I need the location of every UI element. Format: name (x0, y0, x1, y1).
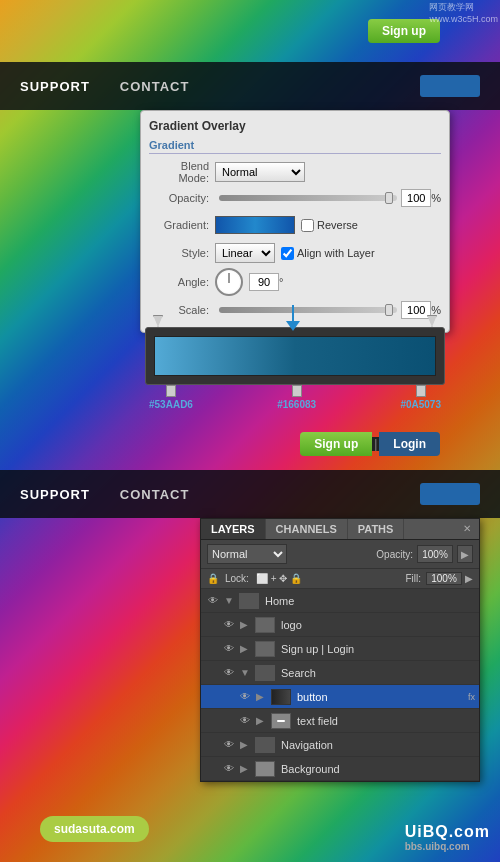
gradient-stop-3: #0A5073 (400, 385, 441, 410)
layers-tabs: LAYERS CHANNELS PATHS ✕ (201, 519, 479, 540)
fill-input[interactable] (426, 572, 462, 585)
mid-signup-button[interactable]: Sign up (300, 432, 372, 456)
gradient-bar-outer (145, 327, 445, 385)
layer-expand-logo[interactable]: ▶ (240, 619, 252, 630)
blend-mode-row: Blend Mode: Normal (149, 160, 441, 184)
lock-options: ⬜ + ✥ 🔒 (256, 573, 302, 584)
layer-thumb-home (239, 593, 259, 609)
scale-slider[interactable] (219, 307, 397, 313)
stop-label-1: #53AAD6 (149, 399, 193, 410)
reverse-checkbox[interactable] (301, 219, 314, 232)
layer-expand-search[interactable]: ▼ (240, 667, 252, 678)
arrow-line (292, 305, 294, 321)
arrow-head (286, 321, 300, 331)
gradient-bar-picker[interactable] (215, 216, 295, 234)
fill-arrow[interactable]: ▶ (465, 573, 473, 584)
layer-row-home[interactable]: 👁 ▼ Home (201, 589, 479, 613)
layer-thumb-background (255, 761, 275, 777)
opacity-input[interactable] (401, 189, 431, 207)
layers-panel-close[interactable]: ✕ (455, 519, 479, 539)
layers-opacity-input[interactable] (417, 545, 453, 563)
bottom-nav-support[interactable]: SUPPORT (20, 487, 90, 502)
stop-handle-2[interactable] (292, 385, 302, 397)
layers-opacity-arrow[interactable]: ▶ (457, 545, 473, 563)
layer-expand-home[interactable]: ▼ (224, 595, 236, 606)
gradient-label: Gradient: (149, 219, 209, 231)
panel-section-title: Gradient (149, 139, 441, 154)
layer-fx-button: fx (468, 692, 475, 702)
layers-blend-mode[interactable]: Normal (207, 544, 287, 564)
stop-handle-3[interactable] (416, 385, 426, 397)
tab-layers[interactable]: LAYERS (201, 519, 266, 539)
layer-thumb-signup (255, 641, 275, 657)
arrow-connector (286, 305, 300, 331)
layer-thumb-textfield (271, 713, 291, 729)
opacity-slider[interactable] (219, 195, 397, 201)
blend-mode-label: Blend Mode: (149, 160, 209, 184)
angle-input[interactable] (249, 273, 279, 291)
align-layer-label: Align with Layer (281, 247, 375, 260)
top-stop-handle-left[interactable] (153, 315, 163, 327)
layer-eye-home[interactable]: 👁 (205, 593, 221, 609)
layer-thumb-search (255, 665, 275, 681)
top-stop-handle-right[interactable] (427, 315, 437, 327)
nav-contact[interactable]: CONTACT (120, 79, 190, 94)
stop-label-3: #0A5073 (400, 399, 441, 410)
blend-mode-select[interactable]: Normal (215, 162, 305, 182)
logo-bubble: sudasuta.com (40, 816, 149, 842)
layer-expand-button[interactable]: ▶ (256, 691, 268, 702)
align-layer-checkbox[interactable] (281, 247, 294, 260)
bottom-nav-contact[interactable]: CONTACT (120, 487, 190, 502)
panel-title: Gradient Overlay (149, 119, 441, 133)
site-watermark: 网页教学网 www.w3c5H.com (429, 2, 498, 25)
layer-row-navigation[interactable]: 👁 ▶ Navigation (201, 733, 479, 757)
layer-row-signup[interactable]: 👁 ▶ Sign up | Login (201, 637, 479, 661)
layer-thumb-logo (255, 617, 275, 633)
layer-expand-navigation[interactable]: ▶ (240, 739, 252, 750)
bottom-nav-blue-btn[interactable] (420, 483, 480, 505)
nav-support[interactable]: SUPPORT (20, 79, 90, 94)
layer-name-logo: logo (281, 619, 475, 631)
layer-thumb-button (271, 689, 291, 705)
mid-login-button[interactable]: Login (379, 432, 440, 456)
layer-thumb-navigation (255, 737, 275, 753)
nav-blue-button[interactable] (420, 75, 480, 97)
stop-handle-1[interactable] (166, 385, 176, 397)
layer-eye-logo[interactable]: 👁 (221, 617, 237, 633)
style-select[interactable]: Linear (215, 243, 275, 263)
layer-name-button: button (297, 691, 465, 703)
layer-expand-signup[interactable]: ▶ (240, 643, 252, 654)
layer-eye-background[interactable]: 👁 (221, 761, 237, 777)
bottom-nav-bar: SUPPORT CONTACT (0, 470, 500, 518)
layer-name-textfield: text field (297, 715, 475, 727)
opacity-row: Opacity: % (149, 189, 441, 207)
gradient-row: Gradient: Reverse (149, 212, 441, 238)
angle-row: Angle: ° (149, 268, 441, 296)
gradient-bar-inner[interactable] (154, 336, 436, 376)
angle-line (229, 273, 230, 283)
opacity-label: Opacity: (149, 192, 209, 204)
layer-eye-button[interactable]: 👁 (237, 689, 253, 705)
layer-row-logo[interactable]: 👁 ▶ logo (201, 613, 479, 637)
top-signup-area: Sign up (0, 0, 500, 62)
layer-row-background[interactable]: 👁 ▶ Background (201, 757, 479, 781)
tab-channels[interactable]: CHANNELS (266, 519, 348, 539)
fill-label: Fill: (405, 573, 421, 584)
gradient-overlay-panel: Gradient Overlay Gradient Blend Mode: No… (140, 110, 450, 333)
layer-eye-signup[interactable]: 👁 (221, 641, 237, 657)
top-nav-bar: SUPPORT CONTACT (0, 62, 500, 110)
layer-eye-navigation[interactable]: 👁 (221, 737, 237, 753)
layer-row-button[interactable]: 👁 ▶ button fx (201, 685, 479, 709)
layer-expand-background[interactable]: ▶ (240, 763, 252, 774)
layer-expand-textfield[interactable]: ▶ (256, 715, 268, 726)
layer-eye-textfield[interactable]: 👁 (237, 713, 253, 729)
gradient-stop-1: #53AAD6 (149, 385, 193, 410)
angle-dial[interactable] (215, 268, 243, 296)
layer-eye-search[interactable]: 👁 (221, 665, 237, 681)
layer-name-home: Home (265, 595, 475, 607)
tab-paths[interactable]: PATHS (348, 519, 405, 539)
layer-row-textfield[interactable]: 👁 ▶ text field (201, 709, 479, 733)
layer-row-search[interactable]: 👁 ▼ Search (201, 661, 479, 685)
lock-icon: 🔒 (207, 573, 219, 584)
watermark-uibq: UiBQ.com (405, 823, 490, 841)
